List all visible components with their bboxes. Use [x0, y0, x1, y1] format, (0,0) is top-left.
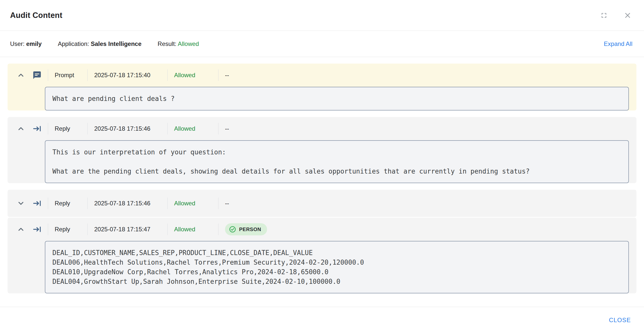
- keyboard-tab-icon: [32, 225, 42, 234]
- titlebar-actions: [599, 10, 633, 21]
- entry-kind-label: Prompt: [48, 72, 87, 79]
- audit-entries-list: Prompt 2025-07-18 17:15:40 Allowed -- Wh…: [0, 57, 644, 300]
- entry-tag-placeholder: --: [218, 72, 229, 79]
- entry-status: Allowed: [168, 72, 218, 79]
- entry-kind-label: Reply: [48, 125, 87, 132]
- entry-kind-label: Reply: [48, 200, 87, 207]
- spacer: [0, 300, 644, 307]
- audit-entry-reply: Reply 2025-07-18 17:15:46 Allowed -- Thi…: [8, 117, 636, 183]
- person-badge: PERSON: [225, 223, 267, 235]
- audit-entry-reply-person: Reply 2025-07-18 17:15:47 Allowed PERSON…: [8, 218, 636, 293]
- person-badge-label: PERSON: [239, 227, 261, 232]
- entry-status: Allowed: [168, 125, 218, 132]
- fullscreen-icon: [600, 11, 608, 19]
- meta-result: Result: Allowed: [158, 40, 199, 47]
- dialog-title: Audit Content: [10, 11, 62, 20]
- entry-tag: PERSON: [218, 223, 267, 235]
- audit-entry-prompt: Prompt 2025-07-18 17:15:40 Allowed -- Wh…: [8, 64, 636, 110]
- keyboard-tab-icon: [32, 124, 42, 133]
- application-label: Application:: [58, 40, 89, 47]
- user-label: User:: [10, 40, 24, 47]
- entry-tag-placeholder: --: [218, 200, 229, 207]
- chat-icon: [32, 70, 42, 80]
- entry-header: Reply 2025-07-18 17:15:47 Allowed PERSON: [8, 218, 636, 241]
- entry-header: Reply 2025-07-18 17:15:46 Allowed --: [8, 190, 636, 217]
- entry-content-box: DEAL_ID,CUSTOMER_NAME,SALES_REP,PRODUCT_…: [45, 241, 629, 293]
- entry-header: Reply 2025-07-18 17:15:46 Allowed --: [8, 117, 636, 140]
- check-circle-icon: [229, 226, 236, 233]
- entry-timestamp: 2025-07-18 17:15:46: [88, 125, 167, 132]
- keyboard-tab-icon: [32, 199, 42, 208]
- expand-chevron-down-icon[interactable]: [17, 199, 25, 208]
- fullscreen-button[interactable]: [599, 10, 609, 21]
- close-dialog-button[interactable]: CLOSE: [605, 314, 635, 326]
- dialog-footer: CLOSE: [0, 307, 644, 333]
- entry-status: Allowed: [168, 226, 218, 233]
- meta-bar: User: emily Application: Sales Intellige…: [0, 31, 644, 57]
- result-label: Result:: [158, 40, 177, 47]
- meta-application: Application: Sales Intelligence: [58, 40, 141, 47]
- dialog-titlebar: Audit Content: [0, 0, 644, 31]
- entry-header: Prompt 2025-07-18 17:15:40 Allowed --: [8, 64, 636, 87]
- audit-entry-reply-collapsed: Reply 2025-07-18 17:15:46 Allowed --: [8, 190, 636, 217]
- entry-tag-placeholder: --: [218, 125, 229, 132]
- collapse-chevron-up-icon[interactable]: [17, 225, 25, 234]
- result-value: Allowed: [178, 40, 199, 47]
- audit-content-dialog: Audit Content User: emily Application: S…: [0, 0, 644, 333]
- entry-content-box: This is our interpretation of your quest…: [45, 140, 629, 183]
- entry-timestamp: 2025-07-18 17:15:47: [88, 226, 167, 233]
- collapse-chevron-up-icon[interactable]: [17, 124, 25, 133]
- meta-user: User: emily: [10, 40, 42, 47]
- application-value: Sales Intelligence: [91, 40, 141, 47]
- close-icon: [623, 11, 632, 20]
- entry-kind-label: Reply: [48, 226, 87, 233]
- expand-all-link[interactable]: Expand All: [604, 40, 632, 47]
- user-value: emily: [26, 40, 42, 47]
- entry-content-box: What are pending client deals ?: [45, 87, 629, 110]
- close-button[interactable]: [622, 10, 633, 21]
- collapse-chevron-up-icon[interactable]: [17, 71, 25, 79]
- entry-timestamp: 2025-07-18 17:15:46: [88, 200, 167, 207]
- entry-status: Allowed: [168, 200, 218, 207]
- entry-timestamp: 2025-07-18 17:15:40: [88, 72, 167, 79]
